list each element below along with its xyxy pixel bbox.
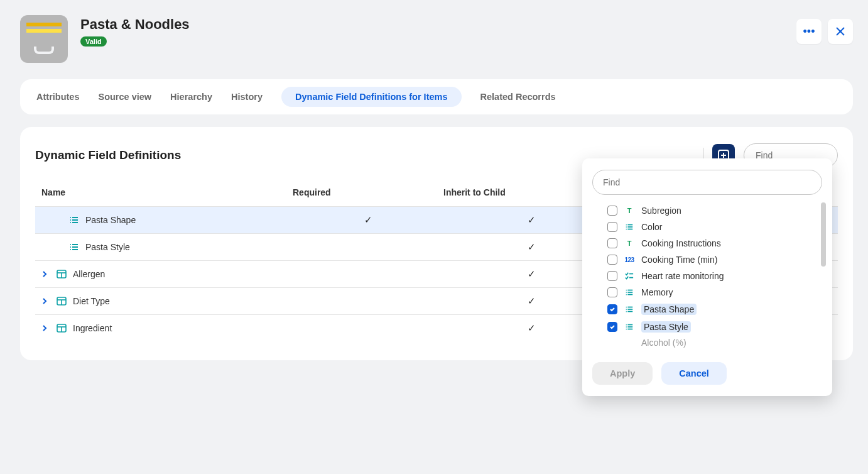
lookup-icon (57, 296, 67, 306)
dropdown-item-label: Alcohol (%) (641, 338, 686, 348)
close-button[interactable] (828, 19, 853, 44)
checkbox[interactable] (607, 287, 617, 297)
list-icon (69, 215, 79, 225)
required-check: ✓ (293, 214, 443, 226)
lookup-icon (57, 269, 67, 279)
apply-button[interactable]: Apply (592, 362, 653, 385)
list-icon (69, 242, 79, 252)
dropdown-item[interactable]: T Cooking Instructions (607, 235, 818, 251)
row-name: Ingredient (73, 323, 112, 333)
chevron-right-icon[interactable] (41, 296, 50, 306)
checkbox[interactable] (607, 238, 617, 248)
row-name: Pasta Shape (85, 215, 136, 225)
dropdown-item[interactable]: 123 Alcohol (%) (607, 334, 818, 351)
row-name: Diet Type (73, 296, 110, 306)
dropdown-item[interactable]: Color (607, 219, 818, 235)
tab-history[interactable]: History (231, 87, 263, 107)
list-type-icon (624, 223, 635, 231)
list-type-icon (624, 305, 635, 314)
chevron-right-icon[interactable] (41, 269, 50, 279)
tab-attributes[interactable]: Attributes (36, 87, 79, 107)
checkbox[interactable] (607, 304, 617, 314)
tab-source-view[interactable]: Source view (98, 87, 151, 107)
dropdown-item-label: Cooking Time (min) (641, 255, 717, 265)
title-text: Pasta & Noodles Valid (80, 15, 190, 47)
dropdown-item[interactable]: T Subregion (607, 202, 818, 219)
number-type-icon: 123 (624, 256, 635, 263)
dropdown-item[interactable]: Pasta Shape (607, 300, 818, 318)
dropdown-item-label: Memory (641, 287, 673, 297)
chevron-right-icon[interactable] (41, 323, 50, 333)
more-actions-button[interactable]: ••• (796, 19, 822, 44)
dropdown-find-input[interactable] (592, 170, 822, 195)
checkbox[interactable] (607, 255, 617, 265)
page-header: Pasta & Noodles Valid ••• (20, 15, 853, 63)
dropdown-item-label: Heart rate monitoring (641, 271, 724, 281)
add-field-dropdown: T Subregion Color T Cooking Instructions… (582, 158, 832, 396)
checkbox[interactable] (607, 222, 617, 232)
dropdown-item-label: Subregion (641, 206, 681, 216)
text-type-icon: T (624, 207, 635, 214)
col-required: Required (293, 187, 443, 197)
panel-title: Dynamic Field Definitions (35, 148, 181, 162)
dropdown-list: T Subregion Color T Cooking Instructions… (592, 202, 822, 351)
tabs-bar: Attributes Source view Hierarchy History… (20, 79, 853, 114)
title-block: Pasta & Noodles Valid (20, 15, 190, 63)
status-badge: Valid (80, 36, 107, 47)
ellipsis-icon: ••• (803, 25, 815, 38)
header-actions: ••• (796, 19, 853, 44)
tab-hierarchy[interactable]: Hierarchy (170, 87, 212, 107)
text-type-icon: T (624, 240, 635, 247)
row-name: Pasta Style (85, 242, 130, 252)
dropdown-item[interactable]: Pasta Style (607, 318, 818, 336)
checklist-type-icon (624, 272, 635, 280)
cancel-button[interactable]: Cancel (661, 362, 727, 385)
checkbox[interactable] (607, 322, 617, 332)
dropdown-item-label: Pasta Shape (641, 304, 697, 315)
dropdown-item[interactable]: 123 Cooking Time (min) (607, 251, 818, 268)
page-title: Pasta & Noodles (80, 16, 190, 33)
scrollbar[interactable] (821, 202, 826, 267)
lookup-icon (57, 323, 67, 333)
list-type-icon (624, 288, 635, 297)
dropdown-item-label: Cooking Instructions (641, 238, 721, 248)
category-icon (20, 15, 68, 63)
row-name: Allergen (73, 269, 105, 279)
list-type-icon (624, 322, 635, 331)
checkbox[interactable] (607, 206, 617, 216)
dropdown-item[interactable]: Heart rate monitoring (607, 268, 818, 284)
dropdown-item-label: Pasta Style (641, 321, 691, 333)
dropdown-footer: Apply Cancel (592, 362, 822, 385)
dropdown-item-label: Color (641, 222, 662, 232)
dropdown-item[interactable]: Memory (607, 284, 818, 300)
col-name: Name (41, 187, 293, 197)
tab-dynamic-field-definitions[interactable]: Dynamic Field Definitions for Items (281, 87, 462, 107)
checkbox[interactable] (607, 271, 617, 281)
close-icon (835, 26, 845, 36)
tab-related-records[interactable]: Related Recorrds (480, 87, 556, 107)
